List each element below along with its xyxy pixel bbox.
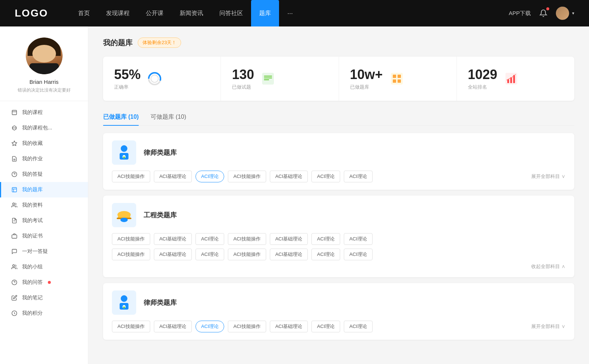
tag-2-5[interactable]: ACI理论 xyxy=(311,321,340,332)
nav-open-course[interactable]: 公开课 xyxy=(138,0,172,26)
sidebar-item-package[interactable]: 我的课程包... xyxy=(0,120,88,136)
profile-name: Brian Harris xyxy=(29,79,59,85)
exam-icon xyxy=(11,217,18,224)
sidebar-item-points[interactable]: 我的积分 xyxy=(0,306,88,321)
stat-done-questions-value: 130 xyxy=(232,67,254,82)
svg-rect-0 xyxy=(12,110,17,115)
svg-rect-28 xyxy=(393,79,396,83)
sidebar-label-package: 我的课程包... xyxy=(22,125,52,131)
tag-0-3[interactable]: ACI技能操作 xyxy=(228,171,266,182)
tag-1-s4[interactable]: ACI基础理论 xyxy=(270,249,308,260)
tag-1-3[interactable]: ACI技能操作 xyxy=(228,233,266,245)
pie-chart-icon xyxy=(147,71,163,87)
sidebar-item-certificate[interactable]: 我的证书 xyxy=(0,228,88,244)
collapse-link[interactable]: 收起全部科目 ∧ xyxy=(112,263,565,270)
note-icon xyxy=(11,295,18,301)
tag-1-4[interactable]: ACI基础理论 xyxy=(270,233,308,245)
stat-done-banks-label: 已做题库 xyxy=(350,84,383,90)
tag-0-1[interactable]: ACI基础理论 xyxy=(154,171,192,182)
tag-1-s5[interactable]: ACI理论 xyxy=(311,249,340,260)
sidebar-item-bank[interactable]: 我的题库 xyxy=(0,182,88,197)
sidebar-label-one-on-one: 一对一答疑 xyxy=(22,248,48,255)
nav-qa[interactable]: 问答社区 xyxy=(211,0,251,26)
nav-more[interactable]: ··· xyxy=(279,10,301,17)
bank-tags-row-1: ACI技能操作 ACI基础理论 ACI理论 ACI技能操作 ACI基础理论 AC… xyxy=(112,171,565,182)
page-title: 我的题库 xyxy=(103,38,133,48)
stat-accuracy-label: 正确率 xyxy=(114,84,141,90)
package-icon xyxy=(11,125,18,131)
sidebar-label-my-qa: 我的问答 xyxy=(22,279,43,286)
page-layout: Brian Harris 错误的决定比没有决定要好 我的课程 我的课程包... xyxy=(0,0,589,364)
svg-point-14 xyxy=(13,265,14,267)
header: LOGO 首页 发现课程 公开课 新闻资讯 问答社区 题库 ··· APP下载 … xyxy=(0,0,589,26)
stat-done-questions-label: 已做试题 xyxy=(232,84,254,90)
nav-news[interactable]: 新闻资讯 xyxy=(172,0,211,26)
tag-1-s2[interactable]: ACI理论 xyxy=(195,249,224,260)
tag-1-6[interactable]: ACI理论 xyxy=(344,233,373,245)
tag-0-4[interactable]: ACI基础理论 xyxy=(270,171,308,182)
tab-done[interactable]: 已做题库 (10) xyxy=(103,110,139,125)
svg-rect-27 xyxy=(398,75,401,78)
app-download-button[interactable]: APP下载 xyxy=(509,10,531,17)
tag-0-0[interactable]: ACI技能操作 xyxy=(112,171,150,182)
bank-card-header-2: 工程类题库 xyxy=(112,203,565,227)
stat-rank: 1029 全站排名 xyxy=(457,57,574,101)
bank-tags-2-row1: ACI技能操作 ACI基础理论 ACI理论 ACI技能操作 ACI基础理论 AC… xyxy=(112,233,565,245)
sidebar-label-course: 我的课程 xyxy=(22,109,43,116)
tag-2-1[interactable]: ACI基础理论 xyxy=(154,321,192,332)
tag-1-0[interactable]: ACI技能操作 xyxy=(112,233,150,245)
sidebar-item-group[interactable]: 我的小组 xyxy=(0,259,88,275)
tag-1-1[interactable]: ACI基础理论 xyxy=(154,233,192,245)
logo: LOGO xyxy=(15,7,48,19)
tag-1-s1[interactable]: ACI基础理论 xyxy=(154,249,192,260)
expand-link-3[interactable]: 展开全部科目 ∨ xyxy=(531,323,565,330)
sidebar-item-exam[interactable]: 我的考试 xyxy=(0,213,88,228)
profile-avatar xyxy=(26,38,63,74)
tag-2-2[interactable]: ACI理论 xyxy=(195,321,224,332)
svg-rect-22 xyxy=(264,76,272,76)
svg-marker-3 xyxy=(12,141,17,146)
nav-home[interactable]: 首页 xyxy=(70,0,98,26)
sidebar-label-certificate: 我的证书 xyxy=(22,233,43,239)
sidebar-item-my-qa[interactable]: 我的问答 xyxy=(0,275,88,290)
tag-1-2[interactable]: ACI理论 xyxy=(195,233,224,245)
user-avatar xyxy=(556,7,569,20)
course-icon xyxy=(11,109,18,116)
sidebar-label-material: 我的资料 xyxy=(22,202,43,208)
one-on-one-icon xyxy=(11,248,18,255)
nav-discover[interactable]: 发现课程 xyxy=(98,0,138,26)
notification-bell[interactable] xyxy=(538,8,549,18)
tag-2-0[interactable]: ACI技能操作 xyxy=(112,321,150,332)
expand-link-1[interactable]: 展开全部科目 ∨ xyxy=(531,173,565,180)
sidebar-item-qa[interactable]: 我的答疑 xyxy=(0,167,88,182)
sidebar-item-notes[interactable]: 我的笔记 xyxy=(0,290,88,306)
sidebar-item-homework[interactable]: 我的作业 xyxy=(0,151,88,167)
tag-2-3[interactable]: ACI技能操作 xyxy=(228,321,266,332)
sidebar-item-course[interactable]: 我的课程 xyxy=(0,105,88,120)
nav-question-bank[interactable]: 题库 xyxy=(251,0,279,26)
svg-point-41 xyxy=(121,295,127,302)
tag-0-5[interactable]: ACI理论 xyxy=(311,171,340,182)
stat-done-questions: 130 已做试题 xyxy=(221,57,339,101)
bank-title-2: 工程类题库 xyxy=(144,211,177,220)
bank-tags-1: ACI技能操作 ACI基础理论 ACI理论 ACI技能操作 ACI基础理论 AC… xyxy=(112,171,373,182)
sidebar-label-group: 我的小组 xyxy=(22,264,43,270)
sidebar-item-favorites[interactable]: 我的收藏 xyxy=(0,136,88,151)
tag-1-s6[interactable]: ACI理论 xyxy=(344,249,373,260)
tag-1-s3[interactable]: ACI技能操作 xyxy=(228,249,266,260)
sidebar-item-one-on-one[interactable]: 一对一答疑 xyxy=(0,244,88,259)
tag-1-s0[interactable]: ACI技能操作 xyxy=(112,249,150,260)
svg-rect-23 xyxy=(264,78,272,78)
tag-1-5[interactable]: ACI理论 xyxy=(311,233,340,245)
user-avatar-wrap[interactable]: ▾ xyxy=(556,7,574,20)
sidebar-menu: 我的课程 我的课程包... 我的收藏 我的作业 xyxy=(0,105,88,321)
tag-2-4[interactable]: ACI基础理论 xyxy=(270,321,308,332)
sidebar-item-material[interactable]: 我的资料 xyxy=(0,197,88,213)
stats-bar: 55% 正确率 130 已做试题 xyxy=(103,57,574,101)
tab-available[interactable]: 可做题库 (10) xyxy=(151,110,186,125)
sidebar-label-notes: 我的笔记 xyxy=(22,295,43,301)
tag-2-6[interactable]: ACI理论 xyxy=(344,321,373,332)
tag-0-6[interactable]: ACI理论 xyxy=(344,171,373,182)
svg-rect-31 xyxy=(507,79,509,83)
tag-0-2[interactable]: ACI理论 xyxy=(195,171,224,182)
